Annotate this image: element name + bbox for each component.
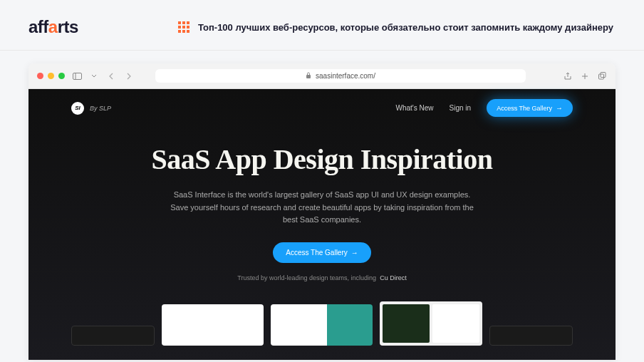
hero-title: SaaS App Design Inspiration [71,143,573,176]
page-header: affarts Топ-100 лучших веб-ресурсов, кот… [0,0,644,51]
cta-label: Access The Gallery [497,105,552,112]
url-bar[interactable]: saasinterface.com/ [155,69,526,83]
site-logo[interactable]: affarts [28,17,78,37]
arrow-right-icon: → [351,249,358,257]
thumb-2[interactable] [162,304,264,346]
site-nav: SI By SLP What's New Sign in Access The … [71,99,573,117]
traffic-lights [37,73,65,79]
minimize-icon[interactable] [48,73,54,79]
thumb-4[interactable] [380,301,482,346]
close-icon[interactable] [37,73,43,79]
browser-window: saasinterface.com/ SI By SLP What's New … [28,63,616,360]
arrow-right-icon: → [556,104,563,112]
browser-chrome: saasinterface.com/ [28,63,616,89]
hero-subtitle: SaaS Interface is the world's largest ga… [169,189,475,227]
svg-rect-4 [601,73,606,78]
sidebar-toggle-icon[interactable] [72,71,82,81]
trusted-prefix: Trusted by world-leading design teams, i… [237,274,376,281]
saas-logo[interactable]: SI By SLP [71,102,111,115]
tagline[interactable]: Топ-100 лучших веб-ресурсов, которые обя… [198,22,613,33]
svg-rect-0 [73,73,81,79]
thumb-1[interactable] [71,326,155,346]
hero-cta-button[interactable]: Access The Gallery → [273,242,371,263]
back-button[interactable] [106,71,116,81]
nav-links: What's New Sign in Access The Gallery → [396,99,573,117]
url-text: saasinterface.com/ [316,72,375,80]
tagline-wrap: Топ-100 лучших веб-ресурсов, которые обя… [178,21,616,33]
grid-icon [178,21,189,33]
maximize-icon[interactable] [58,73,65,79]
new-tab-icon[interactable] [580,71,590,81]
thumb-3[interactable] [271,304,373,346]
hero: SaaS App Design Inspiration SaaS Interfa… [71,143,573,346]
trusted-brand: Cu Direct [380,274,407,281]
gallery-thumbs [71,301,573,346]
tabs-icon[interactable] [597,71,607,81]
nav-whats-new[interactable]: What's New [396,104,434,112]
thumb-5[interactable] [489,326,573,346]
svg-rect-3 [598,74,603,79]
nav-sign-in[interactable]: Sign in [450,104,472,112]
svg-rect-2 [306,75,311,78]
share-icon[interactable] [563,71,573,81]
trusted-text: Trusted by world-leading design teams, i… [71,274,573,281]
chevron-down-icon[interactable] [89,71,99,81]
forward-button[interactable] [123,71,133,81]
logo-by: By SLP [90,105,111,112]
site-content: SI By SLP What's New Sign in Access The … [28,89,616,360]
logo-badge: SI [71,102,84,115]
hero-cta-label: Access The Gallery [286,249,348,257]
nav-cta-button[interactable]: Access The Gallery → [487,99,573,117]
lock-icon [306,72,311,80]
